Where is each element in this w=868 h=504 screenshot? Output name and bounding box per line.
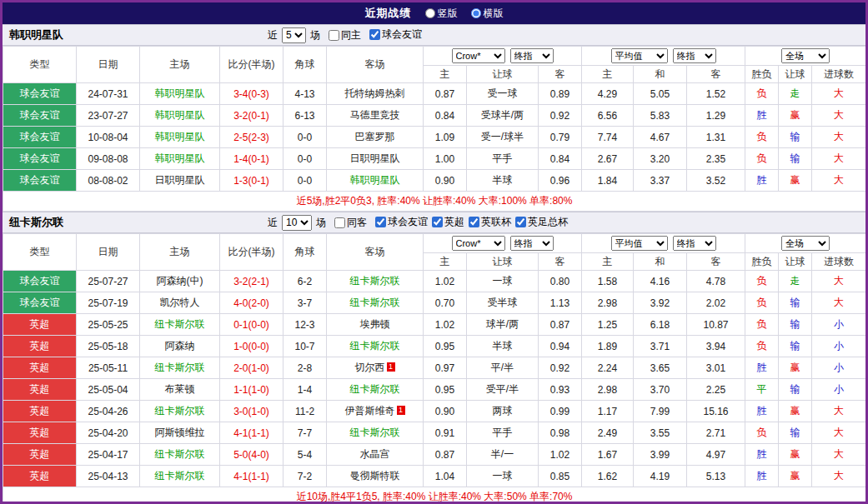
handicap-line: 受平/半 [486, 382, 519, 397]
home-team-link[interactable]: 阿森纳 [165, 339, 195, 353]
home-team-link[interactable]: 纽卡斯尔联 [155, 447, 205, 462]
away-team-link[interactable]: 马德里竞技 [350, 108, 400, 122]
match-score-link[interactable]: 1-4(0-1) [233, 153, 269, 165]
horizontal-radio[interactable] [471, 8, 481, 18]
handicap-line: 半球 [493, 339, 513, 353]
competition-filter[interactable]: 英联杯 [469, 215, 511, 229]
vertical-radio-label: 竖版 [438, 7, 458, 21]
match-score-link[interactable]: 0-1(0-0) [233, 319, 269, 331]
match-score-link[interactable]: 1-1(1-0) [233, 384, 269, 396]
section-header: 韩职明星队 近 5 场 同主 球会友谊 [3, 24, 865, 46]
match-score-link[interactable]: 1-3(0-1) [233, 175, 269, 187]
away-team-link[interactable]: 埃弗顿 [360, 317, 390, 332]
away-team-link[interactable]: 纽卡斯尔联 [350, 426, 400, 440]
match-score-link[interactable]: 5-0(4-0) [233, 449, 269, 461]
handicap-home-odds: 0.84 [435, 110, 454, 122]
average-select[interactable]: 平均值 [611, 236, 668, 251]
match-score-link[interactable]: 2-5(2-3) [233, 132, 269, 143]
away-team-link[interactable]: 水晶宫 [360, 447, 390, 462]
home-team-link[interactable]: 韩职明星队 [155, 130, 205, 144]
layout-radio-horizontal[interactable]: 横版 [471, 7, 504, 21]
same-venue-checkbox[interactable] [334, 217, 345, 228]
home-team-link[interactable]: 韩职明星队 [155, 152, 205, 166]
match-date: 25-05-25 [88, 319, 128, 331]
away-team-link[interactable]: 日职明星队 [350, 152, 400, 166]
match-score-link[interactable]: 2-0(1-0) [233, 362, 269, 374]
competition-filter[interactable]: 英超 [432, 215, 464, 229]
competition-checkbox[interactable] [369, 29, 380, 40]
away-team-link[interactable]: 纽卡斯尔联 [350, 296, 400, 310]
match-score-link[interactable]: 1-0(0-0) [233, 341, 269, 352]
match-row: 球会友谊25-07-27阿森纳(中)3-2(2-1)6-2纽卡斯尔联1.02一球… [3, 271, 866, 292]
home-team-link[interactable]: 韩职明星队 [155, 87, 205, 101]
match-count-select[interactable]: 10 [282, 215, 312, 231]
match-date: 25-05-18 [88, 341, 128, 352]
average-select[interactable]: 平均值 [611, 48, 668, 63]
result-goals: 大 [834, 296, 844, 310]
match-type-badge: 球会友谊 [20, 173, 60, 187]
match-score-link[interactable]: 3-4(0-3) [233, 88, 269, 100]
competition-checkbox[interactable] [375, 217, 386, 227]
home-team-link[interactable]: 阿森纳(中) [157, 274, 203, 288]
competition-checkbox[interactable] [469, 217, 479, 227]
same-venue-filter[interactable]: 同主 [329, 28, 361, 42]
handicap-away-odds: 1.02 [550, 449, 569, 461]
match-score-link[interactable]: 4-1(1-1) [233, 427, 269, 439]
match-date: 25-07-27 [88, 276, 128, 287]
away-team-link[interactable]: 纽卡斯尔联 [350, 339, 400, 353]
competition-filter[interactable]: 球会友谊 [375, 215, 428, 229]
competition-filter[interactable]: 球会友谊 [369, 27, 422, 42]
vertical-radio[interactable] [425, 8, 435, 18]
away-team-link[interactable]: 托特纳姆热刺 [345, 87, 405, 101]
same-venue-filter[interactable]: 同客 [334, 216, 367, 230]
competition-checkbox[interactable] [432, 217, 443, 227]
match-score-link[interactable]: 3-0(1-0) [233, 406, 269, 417]
home-team-link[interactable]: 日职明星队 [155, 173, 205, 187]
match-score-link[interactable]: 3-2(2-1) [233, 276, 269, 287]
home-team-link[interactable]: 布莱顿 [165, 382, 195, 397]
matches-label: 场 [310, 28, 320, 42]
avg-draw-odds: 3.99 [650, 449, 670, 461]
home-team-link[interactable]: 纽卡斯尔联 [155, 404, 205, 418]
scope-select[interactable]: 全场 [781, 48, 830, 63]
competition-filter[interactable]: 英足总杯 [515, 215, 568, 229]
odds-stage-select[interactable]: 终指 [510, 236, 554, 251]
avg-away-odds: 3.94 [706, 341, 725, 352]
average-stage-select[interactable]: 终指 [673, 48, 716, 63]
away-team-link[interactable]: 切尔西 [355, 361, 385, 375]
avg-draw-odds: 3.37 [650, 175, 670, 187]
odds-stage-select[interactable]: 终指 [510, 48, 554, 63]
away-team-link[interactable]: 韩职明星队 [350, 173, 400, 187]
match-score-link[interactable]: 4-1(1-1) [233, 471, 269, 482]
avg-away-odds: 1.29 [706, 110, 725, 122]
same-venue-checkbox[interactable] [329, 30, 339, 41]
home-team-link[interactable]: 凯尔特人 [160, 296, 200, 310]
result-goals: 大 [834, 469, 844, 483]
away-team-link[interactable]: 伊普斯维奇 [345, 404, 395, 418]
home-team-link[interactable]: 阿斯顿维拉 [155, 426, 205, 440]
scope-select[interactable]: 全场 [781, 236, 830, 251]
average-stage-select[interactable]: 终指 [673, 236, 716, 251]
match-score-link[interactable]: 3-2(0-1) [233, 110, 269, 122]
match-type-badge: 球会友谊 [20, 296, 60, 310]
home-team-link[interactable]: 纽卡斯尔联 [155, 361, 205, 375]
away-team-link[interactable]: 纽卡斯尔联 [350, 382, 400, 397]
home-team-link[interactable]: 纽卡斯尔联 [155, 317, 205, 332]
bookmaker-select[interactable]: Crow* [452, 48, 505, 63]
layout-radio-vertical[interactable]: 竖版 [425, 7, 458, 21]
away-team-link[interactable]: 巴塞罗那 [355, 130, 395, 144]
home-team-link[interactable]: 纽卡斯尔联 [155, 469, 205, 483]
avg-home-odds: 2.24 [598, 362, 617, 374]
average-odds-header: 平均值终指 [582, 234, 745, 253]
away-team-link[interactable]: 纽卡斯尔联 [350, 274, 400, 288]
handicap-away-odds: 0.93 [550, 384, 569, 396]
section-summary: 近10场,胜4平1负5, 胜率:40% 让胜率:40% 大率:50% 单率:70… [297, 490, 573, 504]
match-count-select[interactable]: 5 [282, 27, 306, 43]
bookmaker-select[interactable]: Crow* [452, 236, 505, 251]
competition-checkbox[interactable] [515, 217, 526, 227]
section-header: 纽卡斯尔联 近 10 场 同客 球会友谊英超英联杯英足总杯 [3, 212, 865, 233]
home-team-link[interactable]: 韩职明星队 [155, 108, 205, 122]
match-score-link[interactable]: 4-0(2-0) [233, 297, 269, 309]
away-team-link[interactable]: 曼彻斯特联 [350, 469, 400, 483]
handicap-away-odds: 1.13 [550, 297, 569, 309]
